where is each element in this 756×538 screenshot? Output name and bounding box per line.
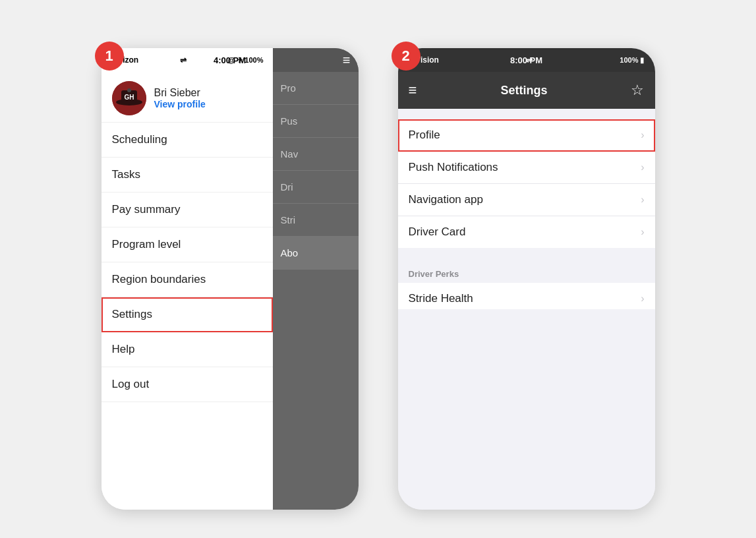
settings-section-perks: Stride Health › bbox=[398, 283, 655, 309]
chevron-nav-icon: › bbox=[641, 194, 644, 206]
menu-item-scheduling[interactable]: Scheduling bbox=[102, 123, 273, 158]
settings-item-stride-label: Stride Health bbox=[409, 292, 473, 305]
settings-item-profile-label: Profile bbox=[409, 129, 440, 142]
chevron-profile-icon: › bbox=[641, 129, 644, 141]
settings-item-push-label: Push Notifications bbox=[409, 161, 498, 174]
view-profile-link[interactable]: View profile bbox=[154, 99, 206, 109]
menu-item-region-boundaries[interactable]: Region boundaries bbox=[102, 262, 273, 297]
battery-2-label: 100% ▮ bbox=[620, 56, 644, 65]
menu-item-program-level[interactable]: Program level bbox=[102, 227, 273, 262]
menu-item-settings[interactable]: Settings bbox=[102, 297, 273, 332]
menu-header: GH Bri Sieber View profile bbox=[102, 72, 273, 123]
settings-item-navigation-app[interactable]: Navigation app › bbox=[398, 184, 655, 216]
time-2-label: 8:00 PM bbox=[510, 55, 542, 65]
settings-title: Settings bbox=[500, 84, 547, 98]
hamburger-icon[interactable]: ≡ bbox=[343, 53, 351, 68]
settings-section-main: Profile › Push Notifications › Navigatio… bbox=[398, 119, 655, 248]
settings-item-push-notifications[interactable]: Push Notifications › bbox=[398, 152, 655, 184]
settings-item-profile[interactable]: Profile › bbox=[398, 119, 655, 152]
settings-header: ≡ Settings ☆ bbox=[398, 72, 655, 109]
time-label: 4:00 PM bbox=[214, 55, 246, 65]
badge-1: 1 bbox=[95, 42, 124, 71]
menu-item-logout[interactable]: Log out bbox=[102, 367, 273, 402]
spacer-mid-1 bbox=[398, 248, 655, 258]
avatar: GH bbox=[112, 81, 146, 115]
menu-item-tasks[interactable]: Tasks bbox=[102, 158, 273, 193]
settings-list: Profile › Push Notifications › Navigatio… bbox=[398, 109, 655, 309]
avatar-svg: GH bbox=[112, 81, 146, 115]
overlay-status-bar: ≡ bbox=[273, 48, 359, 72]
overlay-item-nav: Nav bbox=[273, 138, 359, 171]
status-bar-2: InVision ⇌ 8:00 PM 100% ▮ bbox=[398, 48, 655, 72]
chevron-push-icon: › bbox=[641, 162, 644, 173]
settings-item-driver-card[interactable]: Driver Card › bbox=[398, 216, 655, 248]
settings-item-stride-health[interactable]: Stride Health › bbox=[398, 283, 655, 309]
svg-point-3 bbox=[127, 88, 131, 92]
status-bar-1: Verizon ⇌ 4:00 PM @ ✈ 100% bbox=[102, 48, 273, 72]
settings-hamburger-icon[interactable]: ≡ bbox=[409, 82, 417, 99]
overlay-item-abo: Abo bbox=[273, 237, 359, 270]
overlay-panel: ≡ Pro Pus Nav Dri Stri Abo bbox=[273, 48, 359, 510]
menu-panel: Verizon ⇌ 4:00 PM @ ✈ 100% bbox=[102, 48, 273, 510]
svg-text:GH: GH bbox=[124, 94, 134, 101]
settings-item-driver-card-label: Driver Card bbox=[409, 225, 466, 239]
menu-item-pay-summary[interactable]: Pay summary bbox=[102, 193, 273, 227]
overlay-item-dri: Dri bbox=[273, 171, 359, 204]
driver-perks-label: Driver Perks bbox=[398, 258, 655, 283]
bottom-spacer bbox=[398, 309, 655, 510]
settings-star-icon[interactable]: ☆ bbox=[631, 82, 644, 99]
user-info: Bri Sieber View profile bbox=[154, 87, 206, 109]
badge-2: 2 bbox=[392, 42, 421, 71]
phone-1: Verizon ⇌ 4:00 PM @ ✈ 100% bbox=[102, 48, 359, 510]
chevron-driver-card-icon: › bbox=[641, 226, 644, 238]
overlay-item-pro: Pro bbox=[273, 72, 359, 105]
user-name: Bri Sieber bbox=[154, 87, 206, 99]
settings-item-nav-label: Navigation app bbox=[409, 193, 483, 206]
menu-item-help[interactable]: Help bbox=[102, 332, 273, 367]
chevron-stride-icon: › bbox=[641, 293, 644, 305]
overlay-item-stri: Stri bbox=[273, 204, 359, 237]
spacer-top bbox=[398, 109, 655, 119]
overlay-item-pus: Pus bbox=[273, 105, 359, 138]
phone-2: InVision ⇌ 8:00 PM 100% ▮ ≡ Settings ☆ P… bbox=[398, 48, 655, 510]
wifi-icon: ⇌ bbox=[180, 55, 187, 65]
